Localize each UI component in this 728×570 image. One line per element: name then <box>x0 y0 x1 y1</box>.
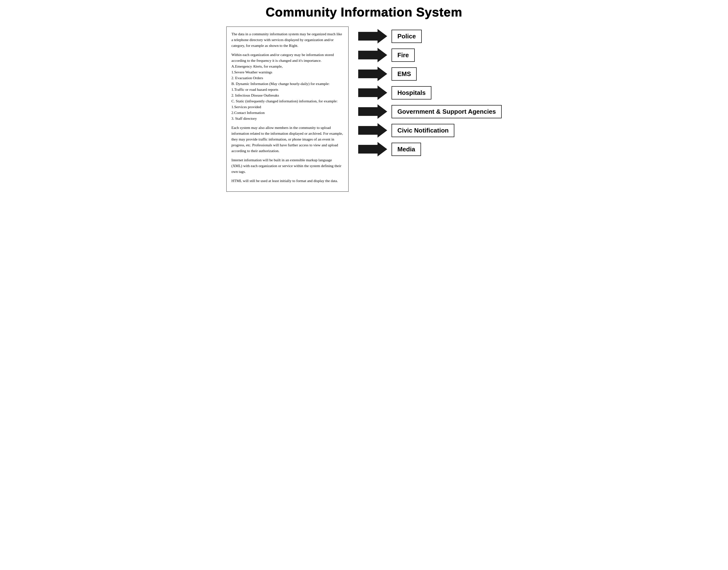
svg-marker-3 <box>358 85 387 100</box>
page-title: Community Information System <box>226 5 502 19</box>
svg-marker-6 <box>358 142 387 157</box>
main-layout: The data in a community information syst… <box>226 27 502 192</box>
svg-marker-1 <box>358 48 387 62</box>
org-box-hospitals: Hospitals <box>392 86 431 99</box>
svg-marker-0 <box>358 29 387 43</box>
arrow-row-police: Police <box>358 29 502 43</box>
svg-marker-5 <box>358 123 387 137</box>
svg-marker-4 <box>358 104 387 119</box>
left-para-1: The data in a community information syst… <box>231 31 343 48</box>
arrow-row-fire: Fire <box>358 48 502 62</box>
left-para-4: Internet information will be built in an… <box>231 157 343 175</box>
arrow-icon-government <box>358 104 387 119</box>
org-box-fire: Fire <box>392 48 415 62</box>
arrow-icon-civic <box>358 123 387 137</box>
left-panel: The data in a community information syst… <box>226 27 348 192</box>
org-box-ems: EMS <box>392 67 417 81</box>
svg-marker-2 <box>358 67 387 81</box>
arrow-row-hospitals: Hospitals <box>358 85 502 100</box>
left-para-3: Each system may also allow members in th… <box>231 125 343 154</box>
right-panel: Police Fire EMS Hospitals Government & S <box>358 27 502 157</box>
arrow-icon-ems <box>358 67 387 81</box>
org-box-civic: Civic Notification <box>392 124 454 137</box>
arrow-icon-police <box>358 29 387 43</box>
arrow-icon-media <box>358 142 387 157</box>
arrow-row-media: Media <box>358 142 502 157</box>
org-box-government: Government & Support Agencies <box>392 105 502 118</box>
arrow-row-government: Government & Support Agencies <box>358 104 502 119</box>
left-para-5: HTML will still be used at least initial… <box>231 178 343 184</box>
arrow-row-civic: Civic Notification <box>358 123 502 137</box>
org-box-police: Police <box>392 30 422 43</box>
left-para-2: Within each organization and/or category… <box>231 52 343 121</box>
arrow-icon-fire <box>358 48 387 62</box>
arrow-row-ems: EMS <box>358 67 502 81</box>
org-box-media: Media <box>392 143 421 156</box>
arrow-icon-hospitals <box>358 85 387 100</box>
